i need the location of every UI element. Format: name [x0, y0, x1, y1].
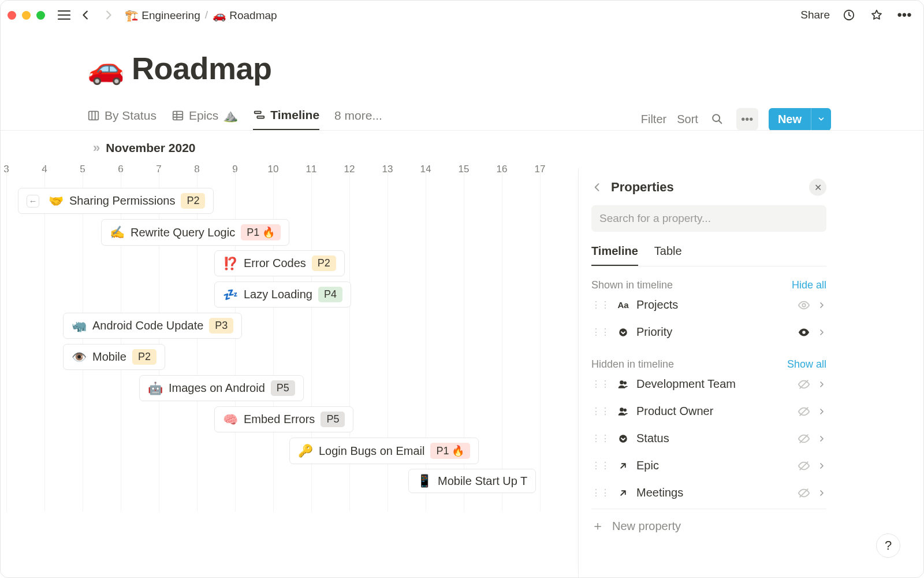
timeline-card[interactable]: ✍️Rewrite Query LogicP1 🔥	[101, 219, 289, 246]
share-button[interactable]: Share	[800, 9, 830, 21]
view-options-button[interactable]: •••	[736, 108, 758, 130]
priority-tag: P5	[321, 412, 345, 427]
panel-tab-timeline[interactable]: Timeline	[591, 244, 638, 266]
timeline-month-label: November 2020	[106, 141, 195, 155]
drag-handle-icon[interactable]: ⋮⋮	[591, 379, 610, 390]
property-type-icon	[617, 406, 629, 417]
timeline-card[interactable]: 👁️MobileP2	[63, 344, 165, 370]
favorite-star-icon[interactable]	[868, 6, 885, 24]
property-row[interactable]: ⋮⋮Product Owner	[591, 398, 826, 425]
timeline-card[interactable]: 📱Mobile Start Up T	[408, 469, 536, 493]
timeline-card[interactable]: 🦏Android Code UpdateP3	[63, 313, 242, 339]
drag-handle-icon[interactable]: ⋮⋮	[591, 299, 610, 310]
drag-handle-icon[interactable]: ⋮⋮	[591, 327, 610, 338]
property-name: Projects	[636, 298, 791, 312]
timeline-card[interactable]: ←🤝Sharing PermissionsP2	[18, 188, 214, 214]
timeline-card[interactable]: ⁉️Error CodesP2	[214, 250, 345, 276]
property-type-icon	[617, 379, 629, 390]
drag-handle-icon[interactable]: ⋮⋮	[591, 460, 610, 471]
drag-handle-icon[interactable]: ⋮⋮	[591, 487, 610, 498]
new-property-button[interactable]: ＋ New property	[591, 509, 826, 545]
visibility-toggle-icon[interactable]	[798, 378, 810, 391]
chevron-right-icon[interactable]	[817, 328, 826, 337]
priority-tag: P1 🔥	[430, 443, 470, 459]
view-tab-more[interactable]: 8 more...	[334, 109, 382, 129]
hide-all-link[interactable]: Hide all	[792, 279, 826, 291]
nav-forward-icon[interactable]	[99, 6, 117, 24]
visibility-toggle-icon[interactable]	[798, 487, 810, 499]
search-icon[interactable]	[709, 110, 726, 128]
minimize-window-dot[interactable]	[22, 11, 31, 20]
timeline-card[interactable]: 🔑Login Bugs on EmailP1 🔥	[289, 438, 479, 464]
breadcrumb-item-engineering[interactable]: 🏗️ Engineering	[125, 9, 200, 22]
view-tab-epics[interactable]: Epics ⛰️	[172, 109, 238, 129]
panel-tab-table[interactable]: Table	[654, 244, 682, 266]
property-row[interactable]: ⋮⋮Status	[591, 425, 826, 452]
plus-icon: ＋	[591, 517, 604, 535]
priority-tag: P2	[312, 255, 336, 271]
card-emoji-icon: 📱	[417, 474, 432, 488]
chevron-right-icon[interactable]	[817, 461, 826, 470]
drag-handle-icon[interactable]: ⋮⋮	[591, 406, 610, 417]
topbar: 🏗️ Engineering / 🚗 Roadmap Share •••	[1, 1, 923, 29]
priority-tag: P4	[318, 287, 342, 302]
page-emoji-icon[interactable]: 🚗	[87, 51, 125, 86]
card-title: Error Codes	[244, 257, 306, 270]
help-button[interactable]: ?	[876, 533, 900, 558]
topbar-right: Share •••	[800, 6, 913, 24]
panel-tabs: Timeline Table	[591, 244, 826, 266]
drag-handle-icon[interactable]: ⋮⋮	[591, 433, 610, 444]
filter-button[interactable]: Filter	[641, 113, 666, 126]
svg-point-24	[619, 435, 627, 443]
chevron-right-icon[interactable]: »	[93, 140, 100, 155]
property-row[interactable]: ⋮⋮AaProjects	[591, 291, 826, 318]
svg-line-14	[719, 121, 722, 124]
svg-point-17	[802, 331, 806, 334]
timeline-card[interactable]: 🤖Images on AndroidP5	[139, 375, 304, 401]
chevron-right-icon[interactable]	[817, 301, 826, 310]
property-search-input[interactable]	[591, 205, 826, 232]
breadcrumb-item-roadmap[interactable]: 🚗 Roadmap	[213, 9, 277, 22]
chevron-down-icon[interactable]	[811, 110, 831, 128]
panel-back-icon[interactable]	[591, 181, 603, 193]
sidebar-toggle-icon[interactable]	[55, 6, 73, 24]
view-tab-by-status[interactable]: By Status	[87, 109, 157, 129]
visibility-toggle-icon[interactable]	[798, 299, 810, 312]
svg-point-19	[624, 381, 627, 384]
view-tab-timeline[interactable]: Timeline	[253, 108, 319, 130]
maximize-window-dot[interactable]	[36, 11, 45, 20]
close-window-dot[interactable]	[8, 11, 16, 20]
priority-tag: P5	[271, 380, 295, 396]
card-title: Android Code Update	[92, 319, 203, 332]
chevron-right-icon[interactable]	[817, 488, 826, 498]
property-row[interactable]: ⋮⋮Epic	[591, 452, 826, 479]
chevron-right-icon[interactable]	[817, 380, 826, 389]
updates-clock-icon[interactable]	[840, 6, 858, 24]
property-name: Meetings	[636, 486, 791, 499]
nav-back-icon[interactable]	[77, 6, 95, 24]
chevron-right-icon[interactable]	[817, 434, 826, 443]
page-title-row: 🚗 Roadmap	[87, 50, 923, 86]
card-emoji-icon: 👁️	[72, 350, 87, 364]
new-button[interactable]: New	[769, 108, 831, 131]
collapse-arrow-icon[interactable]: ←	[27, 195, 39, 208]
page-title[interactable]: Roadmap	[132, 50, 272, 86]
property-name: Product Owner	[636, 405, 791, 418]
timeline-card[interactable]: 🧠Embed ErrorsP5	[214, 406, 353, 432]
timeline-card[interactable]: 💤Lazy LoadingP4	[214, 281, 351, 307]
show-all-link[interactable]: Show all	[787, 358, 826, 370]
visibility-toggle-icon[interactable]	[798, 460, 810, 472]
more-options-icon[interactable]: •••	[896, 6, 913, 24]
panel-close-icon[interactable]: ✕	[809, 179, 826, 196]
visibility-toggle-icon[interactable]	[798, 405, 810, 418]
card-emoji-icon: ⁉️	[223, 257, 238, 271]
property-row[interactable]: ⋮⋮Development Team	[591, 370, 826, 398]
visibility-toggle-icon[interactable]	[798, 326, 810, 339]
property-row[interactable]: ⋮⋮Meetings	[591, 479, 826, 506]
properties-panel: Properties ✕ Timeline Table Shown in tim…	[578, 168, 837, 577]
card-title: Mobile	[92, 350, 126, 364]
property-row[interactable]: ⋮⋮Priority	[591, 318, 826, 346]
chevron-right-icon[interactable]	[817, 407, 826, 416]
visibility-toggle-icon[interactable]	[798, 432, 810, 445]
sort-button[interactable]: Sort	[677, 113, 698, 126]
